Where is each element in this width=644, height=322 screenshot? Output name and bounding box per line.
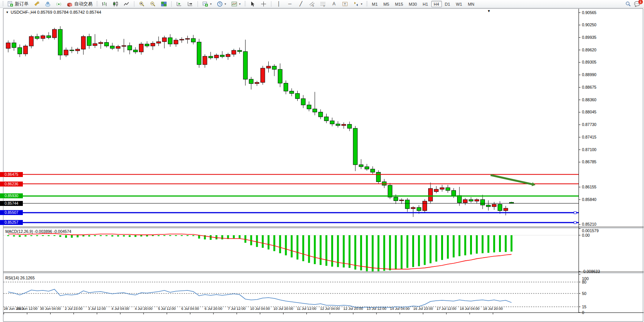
candlestick[interactable] <box>486 205 491 207</box>
candlestick[interactable] <box>272 66 276 69</box>
chart-canvas[interactable] <box>0 0 644 322</box>
candlestick[interactable] <box>145 44 149 46</box>
candlestick[interactable] <box>174 40 178 44</box>
candlestick[interactable] <box>12 43 16 48</box>
candlestick[interactable] <box>249 79 253 83</box>
candlestick[interactable] <box>128 46 132 50</box>
candlestick[interactable] <box>388 185 392 197</box>
candlestick[interactable] <box>133 50 137 52</box>
candlestick[interactable] <box>446 188 450 190</box>
candlestick[interactable] <box>376 172 381 182</box>
macd-histogram-bar <box>187 235 188 236</box>
candlestick[interactable] <box>422 201 427 210</box>
candlestick[interactable] <box>116 46 120 48</box>
candlestick[interactable] <box>295 94 300 99</box>
price-tick-label: 0.90250 <box>582 22 596 27</box>
macd-histogram-bar <box>140 235 142 236</box>
time-axis-label: 29 Jun 12:00 <box>17 306 38 311</box>
line-drag-handle[interactable] <box>574 212 576 214</box>
candlestick[interactable] <box>93 44 97 46</box>
candlestick[interactable] <box>457 196 462 203</box>
candlestick[interactable] <box>156 41 161 43</box>
candlestick[interactable] <box>243 51 247 79</box>
candlestick[interactable] <box>58 29 62 55</box>
candlestick[interactable] <box>336 124 340 126</box>
candlestick[interactable] <box>301 99 305 105</box>
candlestick[interactable] <box>110 46 115 48</box>
macd-histogram-bar <box>134 235 136 237</box>
candlestick[interactable] <box>348 124 352 128</box>
candlestick[interactable] <box>342 124 346 126</box>
candlestick[interactable] <box>429 188 433 201</box>
candlestick[interactable] <box>307 105 311 109</box>
candlestick[interactable] <box>400 200 404 201</box>
candlestick[interactable] <box>371 169 375 172</box>
candlestick[interactable] <box>238 50 242 51</box>
candlestick[interactable] <box>214 55 218 58</box>
candlestick[interactable] <box>151 43 155 46</box>
candlestick[interactable] <box>53 29 57 38</box>
candlestick[interactable] <box>209 56 213 58</box>
candlestick[interactable] <box>353 128 357 165</box>
candlestick[interactable] <box>185 38 190 39</box>
candlestick[interactable] <box>232 50 236 54</box>
line-drag-handle[interactable] <box>574 222 576 224</box>
candlestick[interactable] <box>266 66 271 68</box>
candlestick[interactable] <box>64 50 68 55</box>
candlestick[interactable] <box>365 167 369 169</box>
candlestick[interactable] <box>29 37 33 46</box>
candlestick[interactable] <box>203 56 207 65</box>
candlestick[interactable] <box>46 36 51 38</box>
candlestick[interactable] <box>197 42 201 64</box>
candlestick[interactable] <box>359 165 363 167</box>
candlestick[interactable] <box>463 199 467 202</box>
macd-histogram-bar <box>481 235 483 253</box>
candlestick[interactable] <box>330 121 334 124</box>
candlestick[interactable] <box>261 68 265 82</box>
candlestick[interactable] <box>139 44 143 52</box>
candlestick[interactable] <box>284 83 288 91</box>
candlestick[interactable] <box>405 200 410 209</box>
candlestick[interactable] <box>290 91 294 93</box>
candlestick[interactable] <box>70 50 74 51</box>
candlestick[interactable] <box>180 39 184 40</box>
candlestick[interactable] <box>255 83 259 84</box>
candlestick[interactable] <box>469 199 473 201</box>
candlestick[interactable] <box>81 37 86 49</box>
candlestick[interactable] <box>475 199 479 201</box>
candlestick[interactable] <box>278 69 282 83</box>
candlestick[interactable] <box>75 49 80 51</box>
candlestick[interactable] <box>41 36 45 38</box>
candlestick[interactable] <box>87 37 91 46</box>
candlestick[interactable] <box>24 46 28 54</box>
candlestick[interactable] <box>122 46 126 46</box>
candlestick[interactable] <box>104 42 108 46</box>
price-tick-label: 0.87730 <box>582 122 596 127</box>
candlestick[interactable] <box>319 112 323 116</box>
candlestick[interactable] <box>99 42 103 43</box>
candlestick[interactable] <box>411 207 415 209</box>
candlestick[interactable] <box>480 199 485 205</box>
candlestick[interactable] <box>191 38 195 42</box>
candlestick[interactable] <box>6 43 10 49</box>
macd-histogram-bar <box>163 235 165 236</box>
time-axis-label: 30 Jun 04:00 <box>40 306 61 311</box>
candlestick[interactable] <box>220 55 224 57</box>
time-axis-label: 13 Jul 12:00 <box>367 306 386 311</box>
candlestick[interactable] <box>324 117 328 121</box>
candlestick[interactable] <box>504 208 508 210</box>
candlestick[interactable] <box>394 197 398 201</box>
candlestick[interactable] <box>417 207 421 210</box>
candlestick[interactable] <box>434 189 438 191</box>
candlestick[interactable] <box>168 38 172 44</box>
candlestick[interactable] <box>18 48 22 54</box>
candlestick[interactable] <box>492 204 496 207</box>
candlestick[interactable] <box>313 109 317 112</box>
candlestick[interactable] <box>35 37 39 38</box>
candlestick[interactable] <box>162 38 166 41</box>
candlestick[interactable] <box>226 54 230 57</box>
trend-arrow[interactable] <box>491 175 532 184</box>
candlestick[interactable] <box>451 190 456 196</box>
candlestick[interactable] <box>440 188 444 189</box>
candlestick[interactable] <box>498 204 502 211</box>
